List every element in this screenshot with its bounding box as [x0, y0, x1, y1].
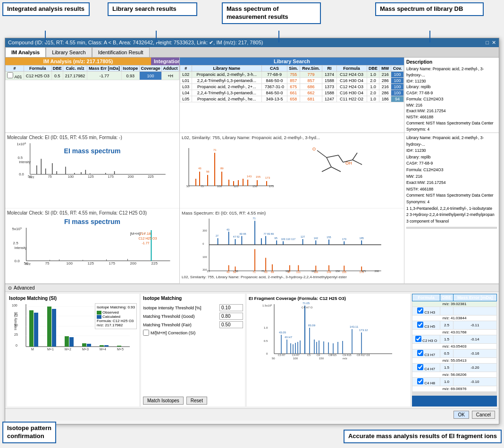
table-row[interactable]: C2 H3 O 1.5 -0.14	[412, 335, 497, 344]
im-analysis-panel: IM Analysis (m/z: 217.17805) Integration…	[5, 58, 180, 133]
fair-label: Matching Threshold (Fair)	[143, 323, 219, 327]
connector-line-3	[278, 31, 279, 42]
svg-text:100: 100	[12, 304, 17, 307]
svg-text:89: 89	[220, 167, 224, 170]
svg-text:43: 43	[227, 271, 229, 273]
row-checkbox[interactable]	[7, 72, 13, 78]
svg-text:155: 155	[342, 271, 346, 273]
scrollbar[interactable]	[406, 227, 497, 229]
svg-text:M+4: M+4	[100, 348, 106, 351]
table-row[interactable]: L05 Propanoic acid, 2-methyl-, he... 349…	[180, 96, 404, 102]
table-row[interactable]: m/z: 39.02381	[412, 301, 497, 307]
table-row[interactable]: L04 2,2,4-Trimethyl-1,3-pentanedi... 846…	[180, 90, 404, 96]
table-row[interactable]: m/z: 43.05403	[412, 344, 497, 349]
tab-identification-result[interactable]: Identification Result	[92, 47, 150, 57]
svg-text:50: 50	[235, 270, 238, 273]
table-row[interactable]: C3 H3	[412, 307, 497, 315]
svg-rect-166	[47, 307, 51, 347]
svg-text:155: 155	[256, 175, 261, 178]
isotope-annotation-label: Isotope patternconfirmation	[7, 424, 51, 440]
annotation-library-db: Mass spectrum of library DB	[375, 2, 484, 16]
content-area: IM Analysis (m/z: 217.17805) Integration…	[5, 58, 499, 421]
svg-text:5x10⁵: 5x10⁵	[12, 227, 22, 231]
svg-text:125: 125	[88, 174, 94, 179]
table-row[interactable]: m/z: 41.03844	[412, 315, 497, 321]
table-row[interactable]: m/z: 56.06206	[412, 372, 497, 378]
svg-line-58	[331, 167, 341, 172]
reset-button[interactable]: Reset	[186, 397, 207, 405]
ok-button[interactable]: OK	[454, 411, 469, 419]
threshold-input[interactable]	[219, 304, 243, 311]
connector-line-1	[45, 31, 46, 42]
svg-line-54	[338, 155, 343, 162]
table-row[interactable]: m/z: 55.05413	[412, 358, 497, 364]
good-input[interactable]	[219, 313, 243, 320]
table-row[interactable]: C4 H8 1.0 -0.10	[412, 378, 497, 386]
table-row[interactable]: m/z: 69.06976	[412, 386, 497, 392]
integration-header: Integration	[151, 58, 179, 65]
table-scrollbar[interactable]	[412, 392, 497, 396]
svg-text:95: 95	[275, 237, 277, 240]
annotation-mass-spectrum: Mass spectrum of measurement results	[222, 2, 321, 24]
middle-section: Molecular Check: EI (ID: 015, RT: 4.55 m…	[5, 133, 499, 284]
svg-text:200: 200	[202, 268, 207, 271]
tab-im-analysis[interactable]: IM Analysis	[5, 47, 46, 57]
table-row[interactable]: A01 C12 H25 O3 0.5 217.17982 -1.77 0.93 …	[6, 72, 179, 80]
svg-text:43 H7: 43 H7	[285, 336, 293, 339]
svg-text:M: M	[31, 348, 34, 351]
svg-text:C8 H17 O3: C8 H17 O3	[357, 354, 370, 357]
spectrum-middle: L02, Similarity: 755, Library Name: Prop…	[180, 133, 404, 283]
table-row[interactable]: L01 2,2,4-Trimethyl-1,3-pentanedi... 846…	[180, 78, 404, 84]
svg-text:143.11: 143.11	[350, 325, 359, 328]
tab-library-search[interactable]: Library Search	[46, 47, 92, 57]
svg-text:225: 225	[151, 261, 158, 265]
table-row[interactable]: m/z: 43.01768	[412, 330, 497, 335]
threshold-row: Isotope Intensity Threshold [%]	[143, 304, 243, 311]
isotope-settings-title: Isotope Matching	[143, 296, 243, 301]
svg-text:C9 H15: C9 H15	[343, 354, 352, 357]
ei-fragment-table: Formula DBE Mass Error [mDa] m/z: 39.023…	[412, 294, 497, 392]
svg-text:200: 200	[128, 174, 134, 179]
cancel-button[interactable]: Cancel	[472, 411, 495, 419]
svg-text:0.0: 0.0	[15, 259, 20, 263]
svg-text:71: 71	[252, 217, 255, 220]
fair-input[interactable]	[219, 321, 243, 328]
mass-spectrum-footer: L02, Similarity: 755, Library Name: Prop…	[182, 275, 402, 279]
fi-spectrum-label: FI mass spectrum	[7, 218, 177, 225]
observed-color	[97, 311, 101, 315]
svg-text:0.0: 0.0	[19, 172, 24, 176]
svg-text:C8H15: C8H15	[328, 354, 336, 357]
svg-text:75: 75	[45, 261, 50, 265]
correction-row: M/[M+H] Correction (SI)	[143, 330, 243, 336]
svg-text:150: 150	[336, 270, 340, 273]
svg-text:43: 43	[227, 228, 229, 231]
table-row[interactable]: C3 H7 0.5 -0.16	[412, 349, 497, 358]
svg-text:1.5x10⁶: 1.5x10⁶	[262, 304, 272, 307]
correction-checkbox[interactable]	[143, 330, 149, 336]
description-panel: Description Library Name: Propanoic acid…	[404, 58, 499, 133]
mass-spectrum-svg: 27 43 47 52 60 65 71 77 83 89 95	[182, 216, 402, 273]
library-spectrum-svg: 50 75 100 125 150 175 43 56 71	[182, 141, 276, 198]
table-row[interactable]: L03 Propanoic acid, 2-methyl-, 2+... 736…	[180, 84, 404, 90]
close-icon[interactable]: ✕	[492, 40, 496, 46]
svg-rect-170	[69, 337, 74, 347]
observed-m-bar	[29, 310, 34, 347]
svg-text:111: 111	[296, 271, 301, 273]
table-row[interactable]: C4 H7 1.5 -0.20	[412, 364, 497, 372]
minimize-icon[interactable]: □	[486, 40, 489, 46]
svg-text:173.12: 173.12	[359, 329, 368, 332]
table-row[interactable]: C3 H5 2.5 -0.11	[412, 321, 497, 330]
svg-text:M+3: M+3	[82, 348, 89, 351]
svg-text:142: 142	[314, 237, 318, 240]
svg-text:77 83 89: 77 83 89	[264, 232, 274, 235]
svg-text:200: 200	[130, 261, 137, 265]
table-row[interactable]: L02 Propanoic acid, 2-methyl-, 3-h... 77…	[180, 72, 404, 78]
svg-text:150: 150	[319, 357, 324, 360]
svg-text:50: 50	[186, 185, 190, 188]
isotope-title: Isotope Matching (SI)	[9, 296, 137, 301]
svg-line-56	[327, 158, 331, 167]
description-header: Description	[406, 59, 497, 65]
match-isotopes-button[interactable]: Match Isotopes	[143, 397, 184, 405]
svg-text:0: 0	[266, 352, 268, 355]
isotope-settings: Isotope Matching Isotope Intensity Thres…	[141, 294, 245, 407]
